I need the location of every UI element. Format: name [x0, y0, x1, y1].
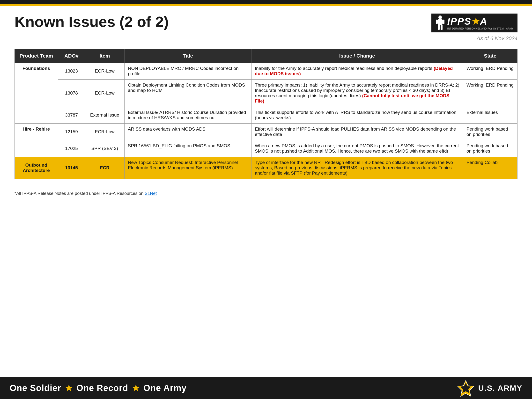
- top-black-bar: [0, 0, 532, 4]
- issue-17025: When a new PMOS is added by a user, the …: [251, 140, 463, 157]
- army-logo-area: U.S. ARMY: [457, 379, 522, 397]
- slogan-star1: ★: [65, 383, 73, 393]
- title-13023: NON DEPLOYABLE MRC / MRRC Codes incorrec…: [124, 63, 251, 80]
- issue-12159: Effort will determine if IPPS-A should l…: [251, 124, 463, 140]
- ado-13023: 13023: [58, 63, 85, 80]
- state-12159: Pending work based on priorities: [463, 124, 517, 140]
- col-header-ado: ADO#: [58, 49, 85, 63]
- s1net-link[interactable]: S1Net: [145, 191, 157, 196]
- col-header-state: State: [463, 49, 517, 63]
- ado-13145: 13145: [58, 157, 85, 179]
- table-row-outbound: OutboundArchitecture 13145 ECR New Topic…: [15, 157, 517, 179]
- item-ecr-outbound: ECR: [85, 157, 125, 179]
- svg-rect-4: [438, 25, 440, 30]
- logo-box: IPPS ★ A INTEGRATED PERSONNEL AND PAY SY…: [431, 14, 517, 32]
- table-row: Foundations 13023 ECR-Low NON DEPLOYABLE…: [15, 63, 517, 80]
- logo-text-ipps: IPPS: [447, 16, 471, 27]
- col-header-item: Item: [85, 49, 125, 63]
- svg-rect-3: [443, 20, 444, 24]
- col-header-product-team: Product Team: [15, 49, 58, 63]
- title-13078: Obtain Deployment Limiting Condition Cod…: [124, 80, 251, 107]
- issue-13023: Inability for the Army to accurately rep…: [251, 63, 463, 80]
- date-label: As of 6 Nov 2024: [477, 35, 517, 42]
- highlight-13078: (Cannot fully test until we get the MODS…: [255, 93, 450, 103]
- state-13078: Working; ERD Pending: [463, 80, 517, 107]
- item-external-issue: External Issue: [85, 107, 125, 124]
- ado-17025: 17025: [58, 140, 85, 157]
- item-ecr-low-1: ECR-Low: [85, 63, 125, 80]
- army-star-logo-icon: [457, 379, 474, 397]
- item-ecr-low-3: ECR-Low: [85, 124, 125, 140]
- table-row: 33787 External Issue External Issue/ ATR…: [15, 107, 517, 124]
- table-header-row: Product Team ADO# Item Title Issue / Cha…: [15, 49, 517, 63]
- title-13145: New Topics Consumer Request: Interactive…: [124, 157, 251, 179]
- svg-rect-5: [441, 25, 443, 30]
- table-row: 13078 ECR-Low Obtain Deployment Limiting…: [15, 80, 517, 107]
- team-cell-outbound: OutboundArchitecture: [15, 157, 58, 179]
- footer-note-prefix: *All IPPS-A Release Notes are posted und…: [15, 191, 145, 196]
- state-33787: External Issues: [463, 107, 517, 124]
- issue-13078: Three primary impacts: 1) Inability for …: [251, 80, 463, 107]
- logo-area: IPPS ★ A INTEGRATED PERSONNEL AND PAY SY…: [431, 14, 517, 42]
- gold-accent-bar: [0, 4, 532, 6]
- state-17025: Pending work based on priorities: [463, 140, 517, 157]
- svg-rect-1: [438, 19, 443, 25]
- item-ecr-low-2: ECR-Low: [85, 80, 125, 107]
- table-row: 17025 SPR (SEV 3) SPR 16561 BD_ELIG fail…: [15, 140, 517, 157]
- team-cell-hire-rehire: Hire - Rehire: [15, 124, 58, 157]
- title-12159: ARISS data overlaps with MODS ADS: [124, 124, 251, 140]
- col-header-title: Title: [124, 49, 251, 63]
- issues-table: Product Team ADO# Item Title Issue / Cha…: [15, 49, 517, 179]
- ado-33787: 33787: [58, 107, 85, 124]
- slogan-part1: One Soldier: [10, 383, 61, 393]
- ado-13078: 13078: [58, 80, 85, 107]
- svg-rect-2: [436, 20, 438, 24]
- title-17025: SPR 16561 BD_ELIG failing on PMOS and SM…: [124, 140, 251, 157]
- table-row: Hire - Rehire 12159 ECR-Low ARISS data o…: [15, 124, 517, 140]
- ado-12159: 12159: [58, 124, 85, 140]
- issue-33787: This ticket supports efforts to work wit…: [251, 107, 463, 124]
- title-33787: External Issue/ ATRRS/ Historic Course D…: [124, 107, 251, 124]
- soldier-silhouette-icon: [434, 15, 446, 30]
- issue-13145: Type of interface for the new RRT Redesi…: [251, 157, 463, 179]
- header: Known Issues (2 of 2) IPPS ★ A INTEGRATE…: [0, 6, 532, 44]
- slogan-part2: One Record: [76, 383, 128, 393]
- col-header-issue: Issue / Change: [251, 49, 463, 63]
- logo-text-a: A: [480, 16, 487, 27]
- item-spr-sev3: SPR (SEV 3): [85, 140, 125, 157]
- slogan-part3: One Army: [143, 383, 187, 393]
- main-content: Product Team ADO# Item Title Issue / Cha…: [0, 44, 532, 184]
- footer-note: *All IPPS-A Release Notes are posted und…: [0, 184, 532, 199]
- army-label: U.S. ARMY: [478, 384, 522, 393]
- state-13023: Working; ERD Pending: [463, 63, 517, 80]
- logo-star: ★: [472, 16, 480, 27]
- bottom-bar: One Soldier ★ One Record ★ One Army U.S.…: [0, 377, 532, 399]
- state-13145: Pending Collab: [463, 157, 517, 179]
- bottom-slogan: One Soldier ★ One Record ★ One Army: [10, 383, 187, 393]
- svg-point-0: [438, 15, 442, 19]
- logo-subtitle: INTEGRATED PERSONNEL AND PAY SYSTEM - AR…: [447, 27, 514, 30]
- highlight-13023: (Delayed due to MODS issues): [255, 66, 453, 76]
- team-cell-foundations: Foundations: [15, 63, 58, 124]
- page-title: Known Issues (2 of 2): [15, 14, 169, 30]
- slogan-star2: ★: [132, 383, 140, 393]
